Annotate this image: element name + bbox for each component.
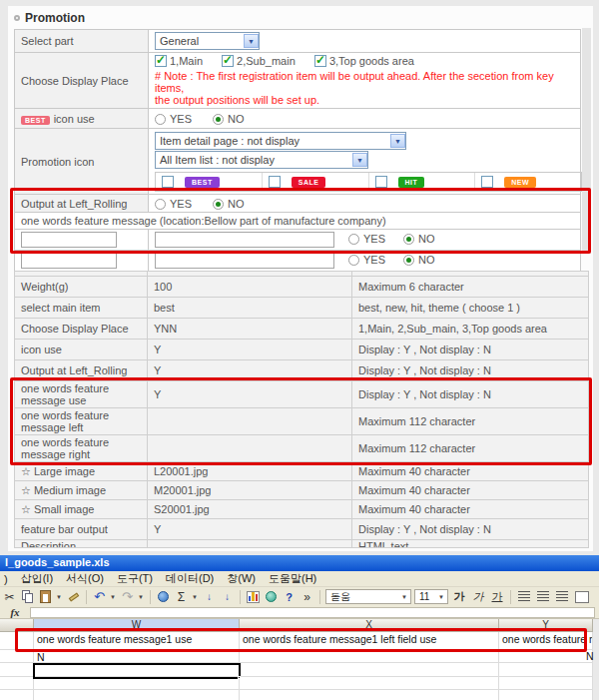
row-header[interactable] — [0, 650, 34, 662]
column-header-x[interactable]: X — [240, 619, 499, 632]
message-2-yes-radio[interactable]: YES — [348, 254, 385, 266]
radio-selected-icon[interactable] — [403, 234, 414, 245]
paste-icon[interactable] — [38, 589, 53, 604]
message-1-key-input[interactable] — [21, 232, 117, 248]
menu-item-data[interactable]: 데이터(D) — [166, 571, 214, 586]
cell-partial-right[interactable]: N — [586, 650, 594, 662]
column-header-y[interactable]: Y — [499, 619, 593, 632]
table-row-highlighted: one words feature message useYDisplay : … — [15, 381, 589, 408]
cell-x4[interactable] — [240, 677, 499, 689]
excel-title-bar[interactable]: l_goods_sample.xls — [0, 555, 599, 571]
chevron-down-icon[interactable]: ▼ — [138, 594, 145, 600]
radio-icon[interactable] — [155, 199, 166, 210]
chevron-down-icon[interactable]: ▼ — [244, 34, 259, 48]
row-header[interactable] — [0, 663, 34, 676]
checkbox-icon[interactable] — [162, 176, 174, 188]
chevron-down-icon[interactable]: ▼ — [192, 594, 199, 600]
chevron-down-icon[interactable]: ▼ — [352, 153, 367, 167]
merge-center-icon[interactable] — [575, 591, 589, 603]
help-icon[interactable]: ? — [282, 589, 297, 604]
cell-y5[interactable] — [499, 690, 593, 700]
cell-w2[interactable]: N — [34, 650, 240, 662]
sort-ascending-icon[interactable]: ↓ — [202, 589, 217, 604]
checkbox-sub-main[interactable]: 2,Sub_main — [222, 55, 296, 67]
icon-use-yes-radio[interactable]: YES — [155, 113, 192, 125]
menu-item-insert[interactable]: 삽입(I) — [21, 571, 53, 586]
chevron-down-icon[interactable]: ▼ — [56, 594, 63, 600]
formula-input[interactable] — [30, 607, 595, 618]
redo-icon[interactable]: ↷ — [120, 589, 135, 604]
align-center-icon[interactable] — [537, 591, 549, 602]
align-right-icon[interactable] — [556, 591, 568, 602]
chart-wizard-icon[interactable] — [246, 589, 261, 604]
corner-header[interactable] — [0, 619, 34, 632]
radio-icon[interactable] — [348, 255, 359, 266]
radio-selected-icon[interactable] — [213, 114, 224, 125]
radio-icon[interactable] — [155, 114, 166, 125]
checkbox-icon[interactable] — [314, 55, 326, 67]
message-1-yes-radio[interactable]: YES — [348, 233, 385, 245]
icon-use-no-radio[interactable]: NO — [213, 113, 245, 125]
italic-button[interactable]: 가 — [470, 589, 486, 604]
cell-y2[interactable] — [499, 650, 593, 662]
chevron-down-icon[interactable]: ▼ — [110, 594, 117, 600]
row-header[interactable] — [0, 677, 34, 689]
cell-y1[interactable]: one words feature message1 right field u… — [499, 632, 593, 649]
hyperlink-icon[interactable] — [156, 589, 171, 604]
cell-w5[interactable] — [34, 690, 240, 700]
spec-label: feature bar output — [15, 519, 148, 540]
format-painter-icon[interactable] — [66, 589, 81, 604]
radio-selected-icon[interactable] — [403, 255, 414, 266]
cell-y4[interactable] — [499, 677, 593, 689]
cell-x1[interactable]: one words feature message1 left field us… — [240, 632, 499, 649]
align-left-icon[interactable] — [518, 591, 530, 602]
cell-w1[interactable]: one words feature message1 use — [34, 632, 240, 649]
cell-x3[interactable] — [240, 663, 499, 676]
all-item-list-dropdown[interactable]: All Item list : not display ▼ — [155, 151, 368, 169]
checkbox-icon[interactable] — [155, 55, 167, 67]
copy-icon[interactable] — [20, 589, 35, 604]
checkbox-icon[interactable] — [222, 55, 234, 67]
drawing-icon[interactable] — [264, 589, 279, 604]
underline-button[interactable]: 가 — [489, 589, 505, 604]
bold-button[interactable]: 가 — [451, 589, 467, 604]
selected-cell-outline[interactable] — [33, 663, 241, 679]
checkbox-main[interactable]: 1,Main — [155, 55, 203, 67]
row-header[interactable] — [0, 690, 34, 700]
cell-y3[interactable] — [499, 663, 593, 676]
radio-selected-icon[interactable] — [213, 199, 224, 210]
menu-item-format[interactable]: 서식(O) — [66, 571, 104, 586]
left-rolling-no-radio[interactable]: NO — [213, 198, 245, 210]
cell-x2[interactable] — [240, 650, 499, 662]
menu-item-help[interactable]: 도움말(H) — [269, 571, 316, 586]
radio-icon[interactable] — [348, 234, 359, 245]
checkbox-icon[interactable] — [481, 176, 493, 188]
row-header[interactable] — [0, 632, 34, 649]
message-2-text-input[interactable] — [155, 253, 334, 269]
left-rolling-yes-radio[interactable]: YES — [155, 198, 192, 210]
fill-handle[interactable] — [238, 676, 241, 679]
menu-item-fragment[interactable]: ) — [4, 573, 8, 585]
menu-item-tools[interactable]: 도구(T) — [117, 571, 153, 586]
scrollbar-track[interactable] — [582, 28, 591, 254]
menu-item-window[interactable]: 창(W) — [227, 571, 256, 586]
undo-icon[interactable]: ↶ — [92, 589, 107, 604]
checkbox-top-goods[interactable]: 3,Top goods area — [314, 55, 414, 67]
font-size-dropdown[interactable]: 11▼ — [414, 589, 448, 604]
message-1-no-radio[interactable]: NO — [403, 233, 435, 245]
checkbox-icon[interactable] — [375, 176, 387, 188]
cut-icon[interactable]: ✂ — [2, 589, 17, 604]
toolbar-more-button[interactable]: » — [300, 589, 314, 604]
font-name-dropdown[interactable]: 돋움▼ — [325, 589, 411, 604]
chevron-down-icon[interactable]: ▼ — [390, 134, 405, 148]
cell-x5[interactable] — [240, 690, 499, 700]
column-header-w[interactable]: W — [34, 619, 240, 632]
message-2-key-input[interactable] — [21, 253, 117, 269]
message-1-text-input[interactable] — [155, 232, 334, 248]
checkbox-icon[interactable] — [269, 176, 281, 188]
autosum-icon[interactable]: Σ — [174, 589, 189, 604]
message-2-no-radio[interactable]: NO — [403, 254, 435, 266]
item-detail-dropdown[interactable]: Item detail page : not display ▼ — [155, 132, 406, 150]
sort-descending-icon[interactable]: ↓ — [220, 589, 235, 604]
select-part-dropdown[interactable]: General ▼ — [155, 32, 260, 50]
